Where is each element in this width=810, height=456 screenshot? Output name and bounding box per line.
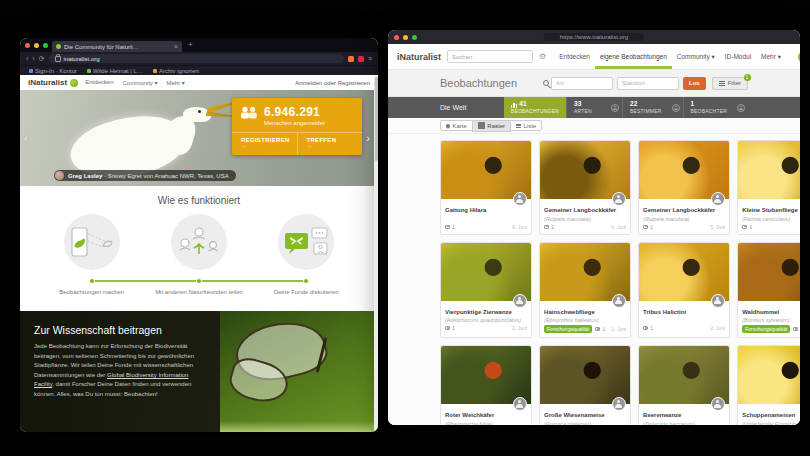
inaturalist-logo[interactable]: iNaturalist	[397, 52, 441, 62]
observation-subtitle: (Adelphocoris quadripunctatus)	[445, 316, 527, 324]
observer-avatar-icon[interactable]	[612, 192, 626, 206]
observer-avatar-icon[interactable]	[513, 192, 527, 206]
search-input[interactable]	[447, 50, 533, 63]
signin-link[interactable]: Anmelden oder Registrieren	[295, 80, 370, 86]
observation-date: 5. Juni	[710, 224, 725, 230]
observation-photo[interactable]	[738, 141, 800, 199]
species-filter-input[interactable]	[551, 77, 613, 90]
nav-entdecken[interactable]: Entdecken	[85, 79, 113, 86]
observation-title[interactable]: Waldhummel	[742, 309, 800, 317]
observation-title[interactable]: Tribus Halictini	[643, 309, 725, 317]
observer-avatar-icon[interactable]	[711, 294, 725, 308]
menu-icon[interactable]: ≡	[368, 55, 372, 62]
observation-photo[interactable]	[540, 141, 630, 199]
view-raster[interactable]: Raster	[472, 120, 511, 132]
stat-beobachter[interactable]: 1 BEOBACHTER	[683, 97, 734, 118]
nav-mehr[interactable]: Mehr ▾	[756, 44, 786, 69]
observation-card[interactable]: Vierpunktige Zierwanze (Adelphocoris qua…	[440, 242, 532, 339]
observation-photo[interactable]	[540, 243, 630, 301]
observation-card[interactable]: Roter Weichkäfer (Rhagonycha fulva) Fors…	[440, 345, 532, 425]
filter-button[interactable]: Filter 1	[712, 77, 748, 90]
extension-icon[interactable]	[348, 56, 354, 62]
observation-photo[interactable]	[540, 346, 630, 404]
nav-community[interactable]: Community ▾	[672, 44, 720, 69]
photo-credit[interactable]: Greg Lasley · Snowy Egret von Anahuac NW…	[54, 170, 236, 181]
observation-title[interactable]: Roter Weichkäfer	[445, 412, 527, 420]
go-button[interactable]: Los	[683, 77, 706, 90]
close-tab-icon[interactable]: ×	[174, 43, 178, 50]
maximize-window-button[interactable]	[43, 43, 48, 48]
meet-button[interactable]: TREFFEN →	[297, 133, 363, 155]
new-tab-button[interactable]: +	[188, 41, 193, 49]
view-liste[interactable]: Liste	[510, 120, 542, 131]
back-icon[interactable]: ‹	[26, 55, 28, 62]
observation-card[interactable]: Große Wiesenameise (Formica pratensis) F…	[539, 345, 631, 425]
minimize-window-button[interactable]	[403, 35, 408, 40]
observer-avatar-icon[interactable]	[612, 294, 626, 308]
forward-icon[interactable]: ›	[32, 55, 34, 62]
observation-title[interactable]: Gemeiner Langbockkäfer	[544, 207, 626, 215]
observation-title[interactable]: Gemeiner Langbockkäfer	[643, 207, 725, 215]
observation-title[interactable]: Große Wiesenameise	[544, 412, 626, 420]
observation-photo[interactable]	[441, 243, 531, 301]
observation-photo[interactable]	[639, 243, 729, 301]
stat-bestimmer[interactable]: 22 BESTIMMER	[622, 97, 669, 118]
observation-photo[interactable]	[639, 346, 729, 404]
observation-title[interactable]: Hainschwebfliege	[544, 309, 626, 317]
bookmark-item[interactable]: Archiv ignoriert	[153, 68, 199, 74]
observation-card[interactable]: Gemeiner Langbockkäfer (Rutpela maculata…	[539, 140, 631, 235]
nav-mehr[interactable]: Mehr ▾	[167, 79, 185, 86]
close-window-button[interactable]	[394, 35, 399, 40]
address-field[interactable]: https://www.inaturalist.org	[544, 33, 644, 41]
nav-entdecken[interactable]: Entdecken	[554, 44, 595, 69]
observation-photo[interactable]	[738, 346, 800, 404]
observation-card[interactable]: Hainschwebfliege (Episyrphus balteatus) …	[539, 242, 631, 339]
observation-photo[interactable]	[441, 141, 531, 199]
observation-title[interactable]: Beerenwanze	[643, 412, 725, 420]
register-button[interactable]: REGISTRIEREN →	[232, 133, 297, 155]
observation-card[interactable]: Schuppenameisen (Unterfamilie Formicinae…	[737, 345, 800, 425]
bookmark-item[interactable]: Wilde Heimat | L…	[87, 68, 143, 74]
site-favicon	[56, 44, 61, 49]
science-section: Zur Wissenschaft beitragen Jede Beobacht…	[20, 311, 378, 432]
observation-card[interactable]: Gattung Hilara 1 6. Juni	[440, 140, 532, 235]
upload-button[interactable]: Hochladen	[798, 51, 800, 63]
view-karte[interactable]: Karte	[440, 120, 473, 131]
observation-card[interactable]: Tribus Halictini 1 2. Juni	[638, 242, 730, 339]
gear-icon[interactable]: ⚙	[539, 53, 546, 61]
minimize-window-button[interactable]	[34, 43, 39, 48]
extension-icon[interactable]	[358, 56, 364, 62]
observation-card[interactable]: Gemeiner Langbockkäfer (Rutpela maculata…	[638, 140, 730, 235]
address-field[interactable]: inaturalist.org	[49, 54, 344, 63]
nav-id-modul[interactable]: ID-Modul	[720, 44, 756, 69]
observation-photo[interactable]	[639, 141, 729, 199]
observation-title[interactable]: Gattung Hilara	[445, 207, 527, 215]
observation-photo[interactable]	[738, 243, 800, 301]
nav-eigene-beobachtungen[interactable]: eigene Beobachtungen	[595, 44, 672, 69]
nav-community[interactable]: Community ▾	[122, 79, 157, 86]
maximize-window-button[interactable]	[412, 35, 417, 40]
observer-avatar-icon[interactable]	[612, 397, 626, 411]
stat-arten[interactable]: 33 ARTEN	[566, 97, 608, 118]
location-filter-input[interactable]	[617, 77, 679, 90]
scrollbar[interactable]	[374, 75, 378, 432]
observation-title[interactable]: Vierpunktige Zierwanze	[445, 309, 527, 317]
place-label[interactable]: Die Welt	[440, 104, 466, 111]
member-counter-card: 6.946.291 Menschen angemeldet REGISTRIER…	[232, 98, 362, 155]
observation-photo[interactable]	[441, 346, 531, 404]
observation-card[interactable]: Waldhummel (Bombus sylvarum) Forschungsq…	[737, 242, 800, 339]
close-window-button[interactable]	[25, 43, 30, 48]
browser-tab[interactable]: Die Community für Naturli… ×	[52, 41, 182, 52]
inaturalist-logo[interactable]: iNaturalist	[28, 78, 78, 87]
observer-avatar-icon[interactable]	[513, 397, 527, 411]
carousel-next-icon[interactable]: ›	[366, 132, 370, 144]
observation-card[interactable]: Kleine Stubenfliege (Fannia canicularis)…	[737, 140, 800, 235]
bookmark-item[interactable]: Sign-In · Kontur	[29, 68, 77, 74]
observer-avatar-icon[interactable]	[513, 294, 527, 308]
stat-beobachtungen[interactable]: 41 BEOBACHTUNGEN	[504, 97, 566, 118]
observation-title[interactable]: Kleine Stubenfliege	[742, 207, 800, 215]
observation-title[interactable]: Schuppenameisen	[742, 412, 800, 420]
observation-card[interactable]: Beerenwanze (Dolycoris baccarum) Forschu…	[638, 345, 730, 425]
carousel-prev-icon[interactable]: ‹	[24, 132, 28, 144]
reload-icon[interactable]: ⟳	[39, 55, 45, 62]
